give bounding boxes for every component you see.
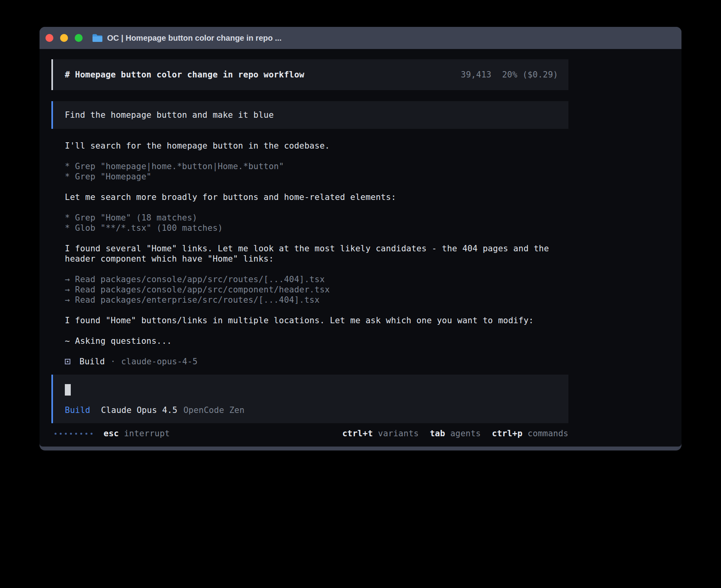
token-count: 39,413 xyxy=(461,70,491,80)
window-title: OC | Homepage button color change in rep… xyxy=(107,34,281,43)
shortcut-key: ctrl+p xyxy=(492,428,522,439)
prompt-input[interactable]: Build Claude Opus 4.5 OpenCode Zen xyxy=(51,375,568,423)
model-name: Claude Opus 4.5 xyxy=(101,405,177,415)
esc-key-label: interrupt xyxy=(124,428,170,439)
esc-key-hint: esc xyxy=(104,428,119,439)
mode-indicator[interactable]: Build xyxy=(65,405,90,415)
folder-icon xyxy=(92,34,103,42)
tool-call-group: → Read packages/console/app/src/routes/[… xyxy=(65,274,568,305)
shortcut-commands: ctrl+p commands xyxy=(492,428,568,439)
assistant-text: I found "Home" buttons/links in multiple… xyxy=(65,315,568,326)
close-button[interactable] xyxy=(45,34,53,42)
shortcut-label: commands xyxy=(528,428,568,439)
statusbar-right: ctrl+t variants tab agents ctrl+p comman… xyxy=(331,428,568,439)
shortcut-key: ctrl+t xyxy=(342,428,373,439)
statusbar: esc interrupt ctrl+t variants tab agents… xyxy=(51,428,568,439)
agent-name: Build xyxy=(79,356,105,367)
titlebar: OC | Homepage button color change in rep… xyxy=(40,27,681,49)
minimize-button[interactable] xyxy=(60,34,68,42)
tool-call-group: * Grep "Home" (18 matches) * Glob "**/*.… xyxy=(65,213,568,233)
tool-call-grep: * Grep "Home" (18 matches) xyxy=(65,213,568,223)
shortcut-key: tab xyxy=(430,428,445,439)
assistant-status: ~ Asking questions... xyxy=(65,336,568,346)
text-cursor xyxy=(65,384,71,396)
session-title: # Homepage button color change in repo w… xyxy=(65,70,304,80)
spinner-dots xyxy=(55,433,92,435)
user-message: Find the homepage button and make it blu… xyxy=(51,101,568,129)
tool-call-grep: * Grep "homepage|home.*button|Home.*butt… xyxy=(65,161,568,172)
transcript: I'll search for the homepage button in t… xyxy=(65,141,568,367)
assistant-text: I found several "Home" links. Let me loo… xyxy=(65,243,568,264)
assistant-text: I'll search for the homepage button in t… xyxy=(65,141,568,151)
tool-call-read: → Read packages/console/app/src/routes/[… xyxy=(65,274,568,285)
provider-name: OpenCode Zen xyxy=(183,405,245,415)
agent-model: claude-opus-4-5 xyxy=(121,356,197,367)
user-message-text: Find the homepage button and make it blu… xyxy=(65,110,274,120)
tool-call-read: → Read packages/enterprise/src/routes/[.… xyxy=(65,295,568,305)
context-usage: 20% ($0.29) xyxy=(502,70,558,80)
zoom-button[interactable] xyxy=(75,34,83,42)
shortcut-label: agents xyxy=(450,428,481,439)
model-row: Build Claude Opus 4.5 OpenCode Zen xyxy=(65,405,558,415)
assistant-text: Let me search more broadly for buttons a… xyxy=(65,192,568,202)
shortcut-label: variants xyxy=(378,428,419,439)
tool-call-read: → Read packages/console/app/src/componen… xyxy=(65,285,568,295)
shortcut-variants: ctrl+t variants xyxy=(342,428,419,439)
shortcut-agents: tab agents xyxy=(430,428,481,439)
app-window: OC | Homepage button color change in rep… xyxy=(40,27,681,450)
tool-call-group: * Grep "homepage|home.*button|Home.*butt… xyxy=(65,161,568,182)
agent-square-icon xyxy=(65,359,70,364)
traffic-lights xyxy=(45,34,83,42)
statusbar-left: esc interrupt xyxy=(51,428,170,439)
agent-task-line: Build · claude-opus-4-5 xyxy=(65,356,568,367)
session-stats: 39,413 20% ($0.29) xyxy=(461,70,558,80)
agent-separator: · xyxy=(110,356,115,367)
session-header: # Homepage button color change in repo w… xyxy=(51,59,568,90)
tool-call-glob: * Glob "**/*.tsx" (100 matches) xyxy=(65,223,568,233)
tool-call-grep: * Grep "Homepage" xyxy=(65,172,568,182)
terminal-content: # Homepage button color change in repo w… xyxy=(40,49,681,447)
